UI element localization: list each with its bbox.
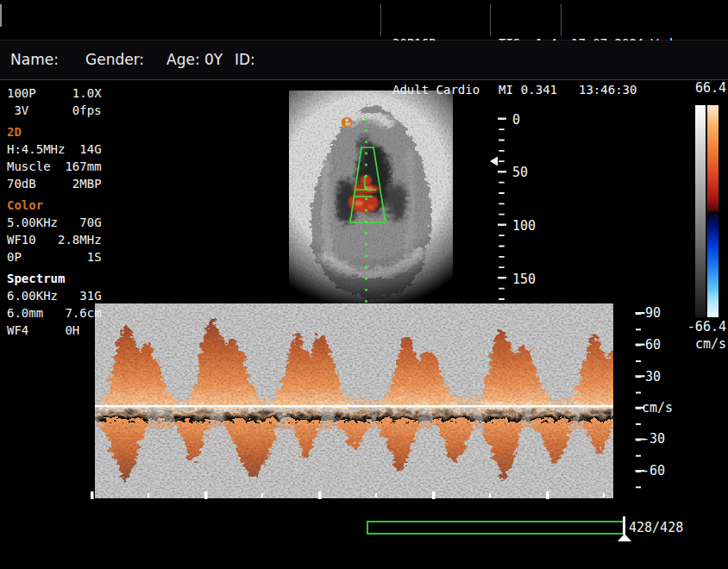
param-color-persist: 0P 1S xyxy=(7,248,102,266)
color-velocity-bar xyxy=(707,105,719,317)
patient-gender-label: Gender: xyxy=(85,51,144,68)
patient-age-label: Age: 0Y xyxy=(166,51,223,68)
grayscale-bar xyxy=(695,105,706,317)
velocity-label-30: 30 xyxy=(645,370,661,385)
section-spectrum: Spectrum xyxy=(7,270,102,287)
patient-name-label: Name: xyxy=(10,51,59,68)
depth-label-150: 150 xyxy=(512,272,536,287)
section-2d: 2D xyxy=(7,123,102,141)
param-color-prf: 5.00KHz 70G xyxy=(7,214,102,231)
param-pw-wf: WF4 0H xyxy=(7,322,102,339)
mi-value: 0.341 xyxy=(521,82,557,97)
probe-orientation-icon: e xyxy=(341,109,354,132)
velocity-ruler xyxy=(638,312,640,489)
depth-label-100: 100 xyxy=(512,219,536,234)
param-2d-freq-gain: H:4.5MHz 14G xyxy=(7,141,102,158)
parameter-panel: 100P 1.0X 3V 0fps 2D H:4.5MHz 14G Muscle… xyxy=(7,84,102,339)
mi-label: MI xyxy=(499,82,513,97)
param-volume-fps: 3V 0fps xyxy=(7,102,102,119)
velocity-label-n60: -60 xyxy=(642,464,665,478)
velocity-label-n30: -30 xyxy=(642,432,665,447)
velocity-label-90: 90 xyxy=(645,306,661,321)
ultrasound-screen: 30P16B Adult Cardio TIS1.4 MI0.341 17-07… xyxy=(0,0,728,569)
param-color-wf: WF10 2.8MHz xyxy=(7,231,102,248)
spectral-doppler-trace xyxy=(95,303,645,498)
param-2d-dr: 70dB 2MBP xyxy=(7,175,102,192)
velocity-label-60: 60 xyxy=(645,338,661,353)
param-pw-gate: 6.0mm 7.6cm xyxy=(7,304,102,322)
param-2d-depth: Muscle 167mm xyxy=(7,158,102,175)
top-status-bar: 30P16B Adult Cardio TIS1.4 MI0.341 17-07… xyxy=(0,0,728,41)
exam-preset: Adult Cardio xyxy=(392,82,480,97)
spectrum-baseline xyxy=(95,405,613,407)
patient-id-label: ID: xyxy=(235,51,255,68)
cine-position-marker[interactable] xyxy=(623,516,625,535)
screen-edge-mark xyxy=(0,4,2,27)
color-scale-min: -66.4 xyxy=(669,320,726,335)
topbar-divider xyxy=(380,4,381,36)
topbar-divider xyxy=(561,4,562,36)
cine-frame-counter: 428/428 xyxy=(629,521,683,535)
color-scale-unit: cm/s xyxy=(669,337,726,352)
param-pw-prf: 6.00KHz 31G xyxy=(7,287,102,304)
color-scale-max: 66.4 xyxy=(690,81,726,96)
focus-marker-icon xyxy=(490,157,498,166)
patient-info-bar: Name: Gender: Age: 0Y ID: xyxy=(0,41,728,80)
system-time: 13:46:30 xyxy=(571,82,680,97)
section-color: Color xyxy=(7,197,102,214)
velocity-label-unit: cm/s xyxy=(642,401,673,416)
cine-progress-bar[interactable] xyxy=(367,521,625,535)
topbar-divider xyxy=(490,4,491,36)
depth-ruler xyxy=(502,118,503,302)
param-power-zoom: 100P 1.0X xyxy=(7,84,102,102)
cine-marker-triangle-icon[interactable] xyxy=(618,534,631,541)
depth-label-50: 50 xyxy=(512,166,528,180)
